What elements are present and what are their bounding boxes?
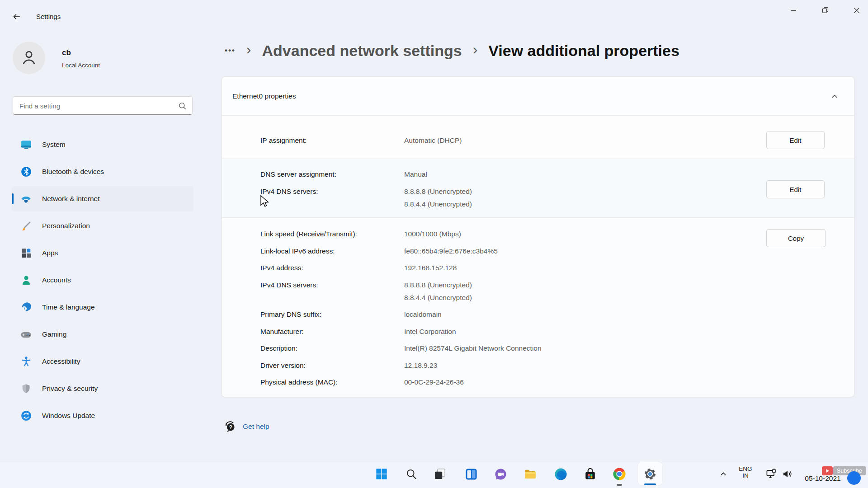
gaming-icon — [20, 328, 32, 341]
property-row: DNS server assignment: Manual — [260, 168, 854, 181]
property-label: Primary DNS suffix: — [260, 308, 404, 321]
settings-button[interactable] — [641, 465, 659, 483]
speaker-icon — [782, 469, 793, 479]
chrome-button[interactable] — [610, 465, 628, 483]
sidebar-item-personalization[interactable]: Personalization — [12, 213, 193, 239]
apps-icon — [20, 247, 32, 259]
avatar[interactable] — [13, 42, 45, 74]
date-display: 05-10-2021 — [805, 474, 840, 482]
svg-text:?: ? — [229, 424, 232, 431]
edit-dns-button[interactable]: Edit — [766, 180, 825, 198]
microsoft-store-icon — [584, 468, 597, 481]
sidebar-item-network-internet[interactable]: Network & internet — [12, 186, 193, 211]
chat-button[interactable] — [491, 465, 509, 483]
tray-clock[interactable]: 05-10-2021 — [800, 474, 845, 483]
property-value: 8.8.4.4 (Unencrypted) — [404, 198, 472, 211]
sidebar-item-accounts[interactable]: Accounts — [12, 267, 193, 293]
breadcrumb-ellipsis-button[interactable]: ••• — [225, 46, 236, 55]
property-value: 8.8.8.8 (Unencrypted) — [404, 185, 472, 198]
sidebar-item-label: System — [42, 141, 66, 149]
property-row: Physical address (MAC): 00-0C-29-24-26-3… — [260, 376, 854, 389]
task-view-button[interactable] — [431, 465, 449, 483]
edge-icon — [554, 468, 567, 481]
property-label: IPv4 DNS servers: — [260, 185, 404, 211]
property-label: DNS server assignment: — [260, 168, 404, 181]
property-row: Primary DNS suffix: localdomain — [260, 308, 854, 321]
mouse-cursor — [260, 195, 271, 207]
taskbar-search-button[interactable] — [402, 465, 420, 483]
sidebar-item-system[interactable]: System — [12, 132, 193, 157]
property-value: Manual — [404, 168, 427, 181]
minimize-icon — [790, 7, 797, 14]
search-input[interactable] — [13, 97, 192, 115]
property-label: Description: — [260, 342, 404, 355]
windows-start-icon — [375, 468, 388, 480]
microsoft-store-button[interactable] — [581, 465, 599, 483]
start-button[interactable] — [373, 465, 391, 483]
chrome-running-indicator — [617, 484, 622, 486]
search-box[interactable] — [13, 96, 193, 115]
property-row: Link-local IPv6 address: fe80::65b4:9fe2… — [260, 245, 854, 258]
file-explorer-button[interactable] — [521, 465, 539, 483]
tray-language-switcher[interactable]: ENG IN — [735, 465, 756, 479]
person-icon — [20, 49, 38, 67]
personalization-icon — [20, 220, 32, 232]
tray-show-hidden-icons[interactable] — [714, 465, 732, 483]
get-help-link[interactable]: Get help — [243, 422, 269, 431]
sidebar-item-gaming[interactable]: Gaming — [12, 322, 193, 347]
channel-avatar-watermark — [847, 471, 861, 485]
close-button[interactable] — [846, 0, 867, 20]
property-value: Intel Corporation — [404, 325, 456, 338]
tray-volume-button[interactable] — [778, 465, 797, 483]
minimize-button[interactable] — [783, 0, 804, 20]
accessibility-icon — [20, 356, 32, 368]
edge-button[interactable] — [552, 465, 570, 483]
property-row: IPv4 address: 192.168.152.128 — [260, 262, 854, 274]
breadcrumb: ••• › Advanced network settings › View a… — [225, 38, 679, 63]
system-icon — [20, 139, 32, 151]
back-button[interactable] — [10, 10, 24, 23]
chrome-icon — [613, 467, 626, 481]
chevron-right-icon: › — [246, 41, 251, 61]
search-icon — [406, 468, 418, 480]
ethernet-network-icon — [766, 469, 777, 479]
settings-gear-icon — [643, 467, 657, 481]
sidebar-item-accessibility[interactable]: Accessibility — [12, 349, 193, 374]
account-name: cb — [62, 48, 71, 57]
copy-details-button[interactable]: Copy — [766, 229, 826, 247]
property-label: Link speed (Receive/Transmit): — [260, 228, 404, 240]
widgets-button[interactable] — [462, 465, 480, 483]
sidebar-item-label: Windows Update — [42, 412, 95, 420]
card-title: Ethernet0 properties — [232, 92, 830, 100]
time-language-icon — [20, 301, 32, 314]
property-row: Driver version: 12.18.9.23 — [260, 359, 854, 372]
sidebar-item-time-language[interactable]: Time & language — [12, 295, 193, 320]
chevron-up-icon — [830, 92, 839, 100]
language-region: IN — [735, 472, 756, 479]
sidebar-item-label: Apps — [42, 249, 58, 257]
breadcrumb-parent[interactable]: Advanced network settings — [262, 42, 462, 60]
settings-active-indicator — [644, 483, 656, 485]
search-icon — [178, 102, 187, 112]
get-help-icon: ? — [224, 420, 236, 433]
sidebar-item-windows-update[interactable]: Windows Update — [12, 403, 193, 428]
property-label: IPv4 DNS servers: — [260, 279, 404, 304]
property-value: 12.18.9.23 — [404, 359, 437, 372]
property-row: Description: Intel(R) 82574L Gigabit Net… — [260, 342, 854, 355]
property-value: localdomain — [404, 308, 442, 321]
edit-ip-assignment-button[interactable]: Edit — [766, 131, 825, 149]
sidebar-item-label: Gaming — [42, 330, 66, 338]
sidebar-item-privacy-security[interactable]: Privacy & security — [12, 376, 193, 401]
tray-network-button[interactable] — [762, 465, 780, 483]
chat-icon — [494, 468, 507, 481]
ethernet-properties-card: Ethernet0 properties IP assignment: Auto… — [222, 76, 854, 397]
sidebar-item-label: Time & language — [42, 303, 95, 311]
sidebar-item-bluetooth-devices[interactable]: Bluetooth & devices — [12, 159, 193, 184]
dns-assignment-section: DNS server assignment: Manual IPv4 DNS s… — [222, 159, 854, 217]
card-expander-header[interactable]: Ethernet0 properties — [222, 77, 854, 115]
restore-button[interactable] — [815, 0, 835, 20]
property-label: Link-local IPv6 address: — [260, 245, 404, 258]
restore-icon — [822, 7, 829, 14]
sidebar-item-apps[interactable]: Apps — [12, 240, 193, 266]
property-value: 00-0C-29-24-26-36 — [404, 376, 464, 389]
